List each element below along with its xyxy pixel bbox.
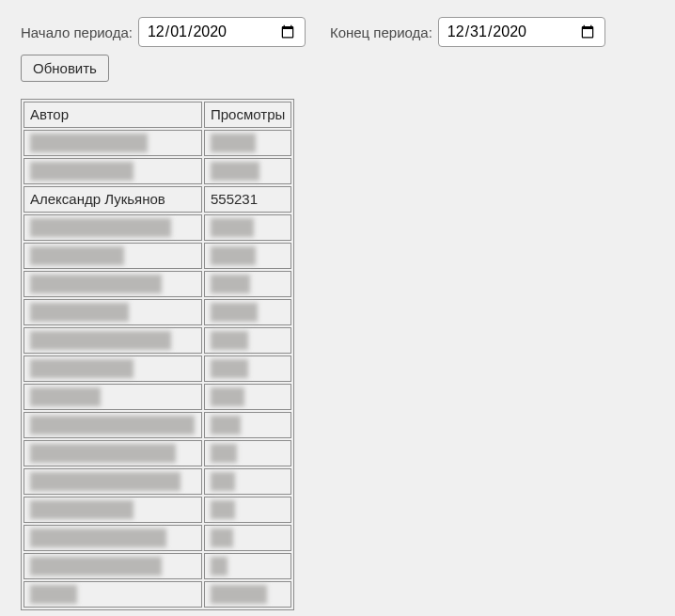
cell-views: .	[204, 214, 291, 241]
table-row: ..	[24, 412, 291, 438]
table-row: ..	[24, 130, 291, 156]
cell-author: .	[24, 271, 202, 297]
table-row: ..	[24, 214, 291, 241]
table-row: ..	[24, 440, 291, 466]
table-row: ..	[24, 468, 291, 495]
start-period-label: Начало периода:	[21, 24, 133, 40]
cell-views: 555231	[204, 186, 291, 213]
cell-author: .	[24, 468, 202, 495]
cell-author: .	[24, 440, 202, 466]
cell-author: .	[24, 243, 202, 269]
cell-author: .	[24, 384, 202, 410]
cell-views: .	[204, 553, 291, 579]
cell-author: .	[24, 130, 202, 156]
cell-views: .	[204, 497, 291, 523]
cell-author: .	[24, 214, 202, 241]
table-row: ..	[24, 581, 291, 608]
cell-author: .	[24, 497, 202, 523]
cell-author: .	[24, 299, 202, 325]
cell-author: .	[24, 158, 202, 184]
cell-views: .	[204, 355, 291, 382]
header-author: Автор	[24, 102, 202, 128]
cell-author: .	[24, 525, 202, 551]
start-period-input[interactable]	[138, 17, 306, 47]
cell-author: .	[24, 553, 202, 579]
cell-author: .	[24, 355, 202, 382]
table-row: Александр Лукьянов555231	[24, 186, 291, 213]
stats-table-outer: Автор Просмотры ....Александр Лукьянов55…	[21, 99, 294, 610]
table-row: ..	[24, 271, 291, 297]
spacer	[311, 32, 324, 33]
table-row: ..	[24, 243, 291, 269]
table-row: ..	[24, 299, 291, 325]
table-row: ..	[24, 158, 291, 184]
cell-views: .	[204, 468, 291, 495]
cell-views: .	[204, 327, 291, 354]
cell-views: .	[204, 243, 291, 269]
cell-views: .	[204, 384, 291, 410]
cell-views: .	[204, 158, 291, 184]
header-views: Просмотры	[204, 102, 291, 128]
cell-author: Александр Лукьянов	[24, 186, 202, 213]
cell-views: .	[204, 130, 291, 156]
table-header-row: Автор Просмотры	[24, 102, 291, 128]
table-row: ..	[24, 327, 291, 354]
cell-author: .	[24, 327, 202, 354]
cell-views: .	[204, 412, 291, 438]
table-row: ..	[24, 384, 291, 410]
table-row: ..	[24, 497, 291, 523]
cell-views: .	[204, 440, 291, 466]
cell-views: .	[204, 525, 291, 551]
table-row: ..	[24, 553, 291, 579]
cell-author: .	[24, 412, 202, 438]
cell-views: .	[204, 581, 291, 608]
cell-author: .	[24, 581, 202, 608]
end-period-label: Конец периода:	[330, 24, 432, 40]
update-button[interactable]: Обновить	[21, 55, 109, 82]
cell-views: .	[204, 271, 291, 297]
cell-views: .	[204, 299, 291, 325]
stats-table: Автор Просмотры ....Александр Лукьянов55…	[22, 100, 293, 609]
table-row: ..	[24, 355, 291, 382]
table-row: ..	[24, 525, 291, 551]
period-controls: Начало периода: Конец периода:	[21, 17, 654, 47]
end-period-input[interactable]	[438, 17, 605, 47]
